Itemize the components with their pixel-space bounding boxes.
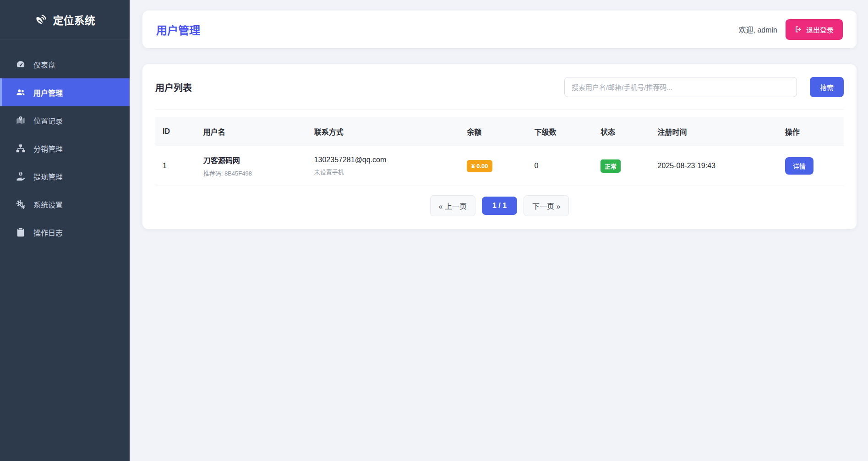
user-list-card: 用户列表 搜索 ID 用户名 联系方式 余额 下级数 状态 注册时间 操作: [142, 64, 857, 229]
satellite-dish-icon: [35, 14, 47, 26]
sidebar-nav: 仪表盘 用户管理 位置记录: [0, 39, 130, 246]
sidebar-item-label: 位置记录: [33, 115, 63, 126]
topbar: 用户管理 欢迎, admin 退出登录: [142, 11, 857, 48]
list-title: 用户列表: [155, 81, 192, 94]
col-header-contact: 联系方式: [307, 117, 460, 146]
sidebar-item-locations[interactable]: 位置记录: [0, 106, 130, 134]
sidebar-item-label: 用户管理: [33, 87, 63, 98]
sidebar-item-logs[interactable]: 操作日志: [0, 218, 130, 246]
pagination: « 上一页 1 / 1 下一页 »: [155, 195, 844, 216]
sitemap-icon: [16, 143, 26, 154]
col-header-actions: 操作: [778, 117, 844, 146]
cell-username: 刀客源码网 推荐码: 8B45F498: [196, 146, 307, 186]
detail-button[interactable]: 详情: [785, 157, 813, 175]
sidebar-item-label: 提现管理: [33, 171, 63, 182]
username-text: 刀客源码网: [203, 154, 300, 165]
email-text: 1302357281@qq.com: [314, 156, 453, 164]
cell-id: 1: [155, 146, 196, 186]
table-header-row: ID 用户名 联系方式 余额 下级数 状态 注册时间 操作: [155, 117, 844, 146]
balance-badge: ¥ 0.00: [467, 160, 492, 172]
sidebar-item-label: 系统设置: [33, 199, 63, 210]
cell-balance: ¥ 0.00: [459, 146, 527, 186]
dashboard-icon: [16, 60, 26, 70]
sidebar-item-label: 仪表盘: [33, 59, 55, 70]
logout-button[interactable]: 退出登录: [786, 19, 843, 40]
sidebar-item-label: 分销管理: [33, 143, 63, 154]
page-title: 用户管理: [156, 22, 200, 38]
search-button[interactable]: 搜索: [810, 77, 844, 97]
next-page-button[interactable]: 下一页 »: [524, 195, 569, 216]
current-page-button[interactable]: 1 / 1: [482, 197, 517, 215]
cell-actions: 详情: [778, 146, 844, 186]
prev-page-button[interactable]: « 上一页: [430, 195, 475, 216]
sidebar-item-dashboard[interactable]: 仪表盘: [0, 50, 130, 78]
sidebar-item-distribution[interactable]: 分销管理: [0, 134, 130, 162]
sidebar-item-settings[interactable]: 系统设置: [0, 190, 130, 218]
search-input[interactable]: [564, 77, 797, 97]
app-title: 定位系统: [53, 12, 95, 27]
table-row: 1 刀客源码网 推荐码: 8B45F498 1302357281@qq.com …: [155, 146, 844, 186]
user-table: ID 用户名 联系方式 余额 下级数 状态 注册时间 操作 1 刀客源码网 推荐…: [155, 117, 844, 186]
col-header-subordinates: 下级数: [527, 117, 593, 146]
col-header-registered: 注册时间: [650, 117, 778, 146]
list-header: 用户列表 搜索: [155, 77, 844, 110]
users-icon: [16, 88, 26, 98]
sign-out-icon: [795, 26, 802, 33]
welcome-text: 欢迎, admin: [739, 24, 777, 35]
col-header-id: ID: [155, 117, 196, 146]
col-header-balance: 余额: [459, 117, 527, 146]
app-logo: 定位系统: [0, 0, 130, 39]
clipboard-icon: [16, 227, 26, 237]
cell-contact: 1302357281@qq.com 未设置手机: [307, 146, 460, 186]
sidebar-item-label: 操作日志: [33, 227, 63, 238]
main-content: 用户管理 欢迎, admin 退出登录 用户列表 搜索: [130, 0, 868, 461]
ref-code-text: 推荐码: 8B45F498: [203, 169, 300, 177]
sidebar-item-users[interactable]: 用户管理: [0, 78, 130, 106]
logout-label: 退出登录: [806, 25, 834, 34]
hand-money-icon: [16, 171, 26, 181]
phone-text: 未设置手机: [314, 167, 453, 176]
map-marker-icon: [16, 115, 26, 126]
search-group: 搜索: [564, 77, 844, 97]
topbar-right: 欢迎, admin 退出登录: [739, 19, 843, 40]
sidebar-item-withdrawals[interactable]: 提现管理: [0, 162, 130, 190]
col-header-username: 用户名: [196, 117, 307, 146]
cell-subordinates: 0: [527, 146, 593, 186]
col-header-status: 状态: [593, 117, 650, 146]
status-badge: 正常: [601, 159, 621, 173]
gears-icon: [16, 199, 26, 209]
cell-status: 正常: [593, 146, 650, 186]
cell-registered: 2025-08-23 19:43: [650, 146, 778, 186]
sidebar: 定位系统 仪表盘 用户管理: [0, 0, 130, 461]
